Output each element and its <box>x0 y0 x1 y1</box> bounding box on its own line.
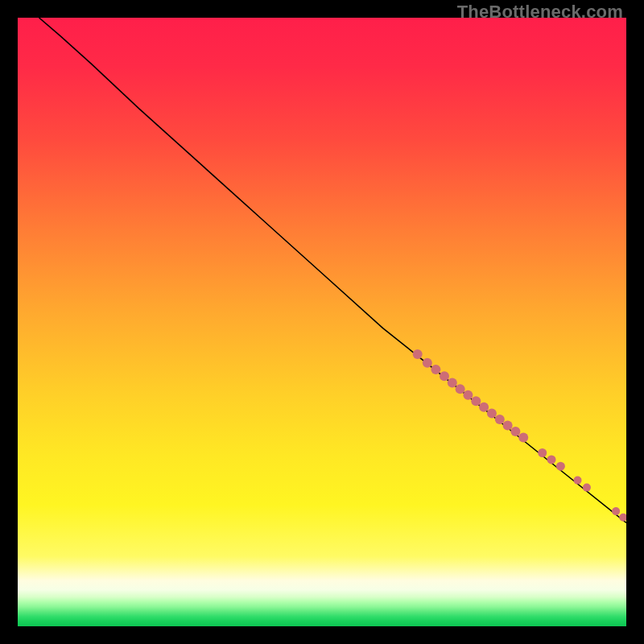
highlight-dot <box>471 396 481 406</box>
attribution-label: TheBottleneck.com <box>457 2 623 23</box>
highlight-dot <box>547 455 556 464</box>
highlight-dot <box>463 390 473 400</box>
highlight-dot-group <box>413 349 626 522</box>
highlight-dot <box>612 507 620 515</box>
highlight-dot <box>413 349 423 359</box>
highlight-dot <box>456 384 465 394</box>
highlight-dot <box>619 514 626 522</box>
highlight-dot <box>510 427 520 436</box>
highlight-dot <box>556 462 565 471</box>
highlight-dot <box>538 448 547 457</box>
highlight-dot <box>487 408 497 418</box>
highlight-dot <box>479 402 489 412</box>
highlight-dot <box>448 378 457 388</box>
highlight-dot <box>583 484 591 492</box>
chart-stage: TheBottleneck.com <box>0 0 644 644</box>
highlight-dot <box>431 365 440 374</box>
bottleneck-curve-line <box>39 18 627 523</box>
highlight-dot <box>440 371 449 381</box>
chart-svg <box>18 18 626 626</box>
highlight-dot <box>574 477 582 485</box>
highlight-dot <box>518 433 528 443</box>
highlight-dot <box>503 421 513 431</box>
highlight-dot <box>495 415 505 424</box>
highlight-dot <box>423 358 432 368</box>
plot-area <box>18 18 626 626</box>
